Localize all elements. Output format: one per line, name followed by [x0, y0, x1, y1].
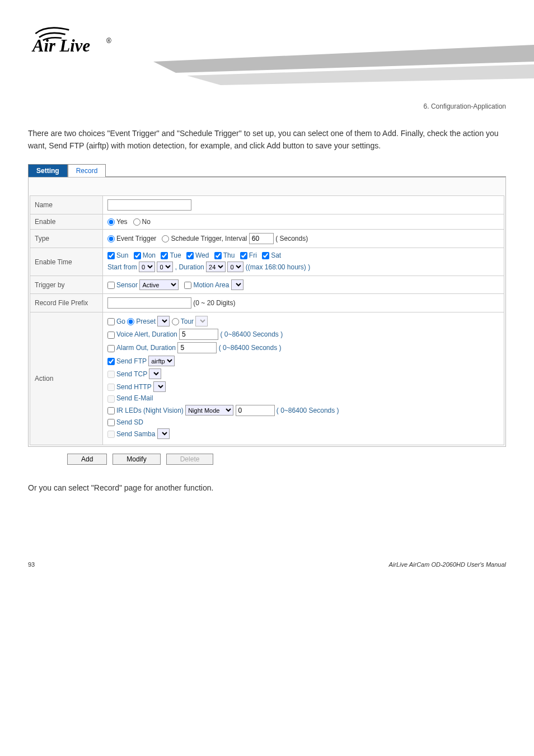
- interval-unit: ( Seconds): [275, 235, 308, 242]
- postnote-paragraph: Or you can select "Record" page for anot…: [28, 482, 506, 494]
- lbl-sat: Sat: [271, 251, 281, 259]
- tcp-select[interactable]: [149, 368, 161, 379]
- page-number: 93: [28, 561, 35, 568]
- start-min-select[interactable]: 0: [157, 262, 173, 272]
- alarm-hint: ( 0~86400 Seconds ): [219, 344, 282, 352]
- max-label: ((max 168:00 hours) ): [246, 263, 310, 271]
- type-schedule-radio[interactable]: [162, 235, 169, 242]
- label-name: Name: [30, 195, 103, 214]
- preset-label: Preset: [136, 318, 156, 325]
- motion-area-select[interactable]: [231, 279, 243, 290]
- chk-fri[interactable]: [240, 252, 247, 259]
- tab-setting[interactable]: Setting: [28, 164, 68, 177]
- lbl-wed: Wed: [195, 251, 209, 259]
- prefix-input[interactable]: [107, 297, 191, 309]
- duration-label: , Duration: [175, 263, 204, 271]
- sd-label: Send SD: [116, 418, 143, 426]
- alarm-input[interactable]: [177, 342, 217, 353]
- label-enabletime: Enable Time: [30, 248, 103, 276]
- http-label: Send HTTP: [116, 383, 151, 391]
- header-swoosh: [153, 45, 534, 90]
- ftp-select[interactable]: airftp: [148, 356, 175, 366]
- chk-alarm[interactable]: [107, 345, 115, 352]
- chk-sun[interactable]: [107, 252, 115, 259]
- chk-samba[interactable]: [107, 431, 115, 438]
- type-event-label: Event Trigger: [116, 235, 156, 242]
- lbl-sun: Sun: [116, 251, 128, 259]
- preset-radio[interactable]: [127, 318, 134, 325]
- ftp-label: Send FTP: [116, 357, 147, 365]
- chk-sd[interactable]: [107, 419, 115, 426]
- voice-hint: ( 0~86400 Seconds ): [220, 330, 283, 338]
- sensor-mode-select[interactable]: Active: [139, 279, 179, 290]
- manual-title: AirLive AirCam OD-2060HD User's Manual: [388, 561, 506, 568]
- motion-label: Motion Area: [193, 281, 229, 289]
- sensor-label: Sensor: [116, 281, 138, 289]
- tour-radio[interactable]: [172, 318, 179, 325]
- enable-yes-radio[interactable]: [107, 218, 115, 226]
- http-select[interactable]: [153, 381, 166, 392]
- tour-label: Tour: [181, 318, 194, 325]
- chk-wed[interactable]: [186, 252, 194, 259]
- button-row: Add Modify Delete: [28, 454, 506, 465]
- row-trigger: Trigger by Sensor Active Motion Area: [30, 276, 504, 294]
- chk-tue[interactable]: [161, 252, 168, 259]
- row-type: Type Event Trigger Schedule Trigger, Int…: [30, 230, 504, 248]
- samba-select[interactable]: [157, 428, 170, 439]
- ir-hint: ( 0~86400 Seconds ): [277, 407, 339, 414]
- chk-mon[interactable]: [134, 252, 141, 259]
- ir-label: IR LEDs (Night Vision): [116, 407, 184, 414]
- chk-thu[interactable]: [214, 252, 222, 259]
- enable-yes-label: Yes: [116, 218, 128, 226]
- label-action: Action: [30, 312, 103, 445]
- ir-input[interactable]: [236, 405, 275, 416]
- samba-label: Send Samba: [116, 430, 155, 438]
- chk-sensor[interactable]: [107, 282, 115, 289]
- tcp-label: Send TCP: [116, 370, 147, 378]
- modify-button[interactable]: Modify: [113, 454, 160, 465]
- svg-text:®: ®: [106, 37, 111, 45]
- enable-no-label: No: [142, 218, 151, 226]
- page-footer: 93 AirLive AirCam OD-2060HD User's Manua…: [28, 561, 506, 568]
- add-button[interactable]: Add: [67, 454, 107, 465]
- start-hour-select[interactable]: 0: [139, 262, 155, 272]
- delete-button[interactable]: Delete: [166, 454, 214, 465]
- label-prefix: Record File Prefix: [30, 294, 103, 312]
- dur-hour-select[interactable]: 24: [206, 262, 226, 272]
- type-schedule-label: Schedule Trigger, Interval: [171, 235, 247, 242]
- voice-input[interactable]: [179, 329, 218, 340]
- startfrom-label: Start from: [107, 263, 137, 271]
- tour-select[interactable]: [195, 316, 208, 326]
- chk-motion[interactable]: [184, 282, 191, 289]
- lbl-tue: Tue: [170, 251, 181, 259]
- lbl-thu: Thu: [223, 251, 235, 259]
- label-type: Type: [30, 230, 103, 248]
- tab-record[interactable]: Record: [68, 164, 106, 177]
- enable-no-radio[interactable]: [133, 218, 140, 226]
- row-name: Name: [30, 195, 504, 214]
- preset-select[interactable]: [157, 316, 170, 326]
- chk-voice[interactable]: [107, 332, 115, 339]
- chk-ftp[interactable]: [107, 358, 115, 365]
- chk-http[interactable]: [107, 384, 115, 391]
- row-enabletime: Enable Time Sun Mon Tue Wed Thu Fri Sat …: [30, 248, 504, 276]
- chk-email[interactable]: [107, 395, 115, 403]
- chk-ir[interactable]: [107, 407, 115, 414]
- chk-sat[interactable]: [262, 252, 269, 259]
- name-input[interactable]: [107, 199, 191, 211]
- label-trigger: Trigger by: [30, 276, 103, 294]
- interval-input[interactable]: [249, 233, 274, 244]
- settings-table: Name Enable Yes No Type Event Trigger: [30, 195, 504, 445]
- dur-min-select[interactable]: 0: [227, 262, 243, 272]
- email-label: Send E-Mail: [116, 394, 153, 402]
- lbl-fri: Fri: [249, 251, 257, 259]
- alarm-label: Alarm Out, Duration: [116, 344, 176, 352]
- svg-text:Air Live: Air Live: [31, 36, 90, 55]
- go-label: Go: [116, 318, 125, 325]
- ir-mode-select[interactable]: Night Mode: [185, 405, 233, 416]
- chk-go[interactable]: [107, 318, 115, 325]
- chk-tcp[interactable]: [107, 371, 115, 378]
- intro-paragraph: There are two choices "Event Trigger" an…: [28, 127, 506, 152]
- label-enable: Enable: [30, 214, 103, 229]
- type-event-radio[interactable]: [107, 235, 115, 242]
